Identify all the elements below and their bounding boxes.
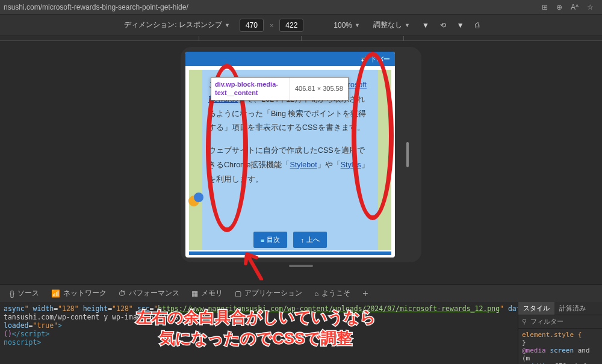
zoom-icon[interactable]: ⊕ [556,3,562,11]
chevron-down-icon: ▼ [225,22,230,28]
header-text: ドバー [370,55,390,64]
zoom-value: 100% [334,21,352,29]
elements-panel[interactable]: async" width="128" height="128" src="htt… [0,302,518,364]
article-body: div.wp-block-media-text__content 406.81 … [202,70,378,250]
tab-memory[interactable]: ▦メモリ [187,286,228,301]
app-icon: ▢ [235,289,241,298]
device-toolbar: ディメンション: レスポンシブ ▼ × 100% ▼ 調整なし ▼ ▼ ⟲ ▼ … [0,14,602,36]
link-stylus[interactable]: Stylus [341,161,361,169]
viewport-canvas: ⇄ ドバー div.wp-block-media-text__content 4… [0,36,602,284]
dimension-select[interactable]: ディメンション: レスポンシブ ▼ [120,19,234,31]
arrow-up-icon: ↑ [300,236,304,244]
home-icon: ⌂ [314,289,318,298]
chevron-down-icon[interactable]: ▼ [455,20,467,31]
add-tab-button[interactable]: + [358,288,373,299]
tab-sources[interactable]: {}ソース [5,286,44,301]
chip-icon: ▦ [191,289,198,298]
tab-network[interactable]: 📶ネットワーク [46,286,111,301]
scrollbar-thumb[interactable] [406,142,409,167]
device-scrollbar[interactable] [400,59,415,250]
dimension-label: ディメンション: レスポンシブ [124,20,222,30]
code-line: tansushi.com/wp-content y wp-image-64876… [4,313,514,321]
favorite-icon[interactable]: ☆ [587,3,594,11]
tooltip-selector: div.wp-block-media-text__content [211,78,290,100]
address-bar: nsushi.com/microsoft-rewards-bing-search… [0,0,602,14]
ruler [0,36,602,41]
floating-buttons: ≡目次 ↑上へ [253,232,327,248]
paragraph: ウェブサイトに自分で作成したCSSを適用できるChrome拡張機能「Styleb… [208,144,372,187]
chevron-down-icon[interactable]: ▼ [420,20,432,31]
toc-button[interactable]: ≡目次 [253,232,287,248]
tab-performance[interactable]: ⏱パフォーマンス [114,286,184,301]
tab-welcome[interactable]: ⌂ようこそ [309,286,355,301]
tab-computed[interactable]: 計算済み [554,302,591,315]
list-icon: ≡ [261,236,264,244]
bottom-bar [189,251,391,255]
styles-filter: ⚲ フィルター [518,315,602,329]
devtools-tabs: {}ソース 📶ネットワーク ⏱パフォーマンス ▦メモリ ▢アプリケーション ⌂よ… [0,284,602,302]
chevron-down-icon: ▼ [405,22,410,28]
styles-rules[interactable]: element.style { } @media screen and (m w… [518,329,602,364]
rewards-logo-icon [187,190,205,208]
svg-point-1 [194,193,203,202]
throttle-value: 調整なし [373,20,402,30]
phone-screen: ⇄ ドバー div.wp-block-media-text__content 4… [185,52,395,258]
page-content: div.wp-block-media-text__content 406.81 … [185,66,395,250]
resize-handle[interactable] [289,265,313,267]
devtools-body: async" width="128" height="128" src="htt… [0,302,602,364]
url-text: nsushi.com/microsoft-rewards-bing-search… [4,3,537,11]
left-padding [189,70,202,250]
wifi-icon: 📶 [51,289,60,298]
width-input[interactable] [240,19,264,32]
tooltip-dimensions: 406.81 × 305.58 [290,78,348,100]
gauge-icon: ⏱ [119,289,126,298]
braces-icon: {} [10,289,14,298]
device-frame: ⇄ ドバー div.wp-block-media-text__content 4… [181,47,421,262]
src-url[interactable]: https://www.naporitansushi.com/wp-conten… [158,304,500,313]
right-padding [378,70,391,250]
link-stylebot[interactable]: Stylebot [290,161,317,169]
throttle-select[interactable]: 調整なし ▼ [370,19,414,31]
reader-icon[interactable]: Aᴬ [571,3,579,11]
height-input[interactable] [279,19,303,32]
extensions-icon[interactable]: ⊞ [542,3,548,11]
styles-tabs: スタイル 計算済み [518,302,602,315]
screenshot-icon[interactable]: ⎙ [473,20,482,31]
styles-panel: スタイル 計算済み ⚲ フィルター element.style { } @med… [518,302,602,364]
filter-label[interactable]: フィルター [530,317,563,326]
top-button[interactable]: ↑上へ [293,232,327,248]
page-header: ⇄ ドバー [185,52,395,66]
chevron-down-icon: ▼ [355,22,360,28]
zoom-select[interactable]: 100% ▼ [330,20,364,31]
swap-icon[interactable]: ⇄ [361,55,367,63]
rotate-icon[interactable]: ⟲ [438,20,448,31]
url-actions: ⊞ ⊕ Aᴬ ☆ [537,3,598,11]
filter-icon[interactable]: ⚲ [522,318,527,325]
tab-application[interactable]: ▢アプリケーション [230,286,307,301]
tab-styles[interactable]: スタイル [518,302,554,315]
dimension-x: × [270,22,273,29]
element-tooltip: div.wp-block-media-text__content 406.81 … [211,77,349,100]
